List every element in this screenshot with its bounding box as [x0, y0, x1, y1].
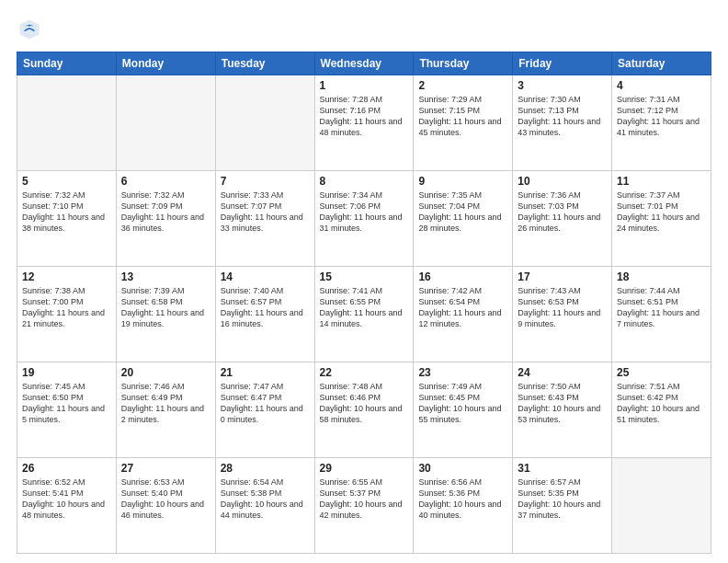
- calendar-cell: 6Sunrise: 7:32 AMSunset: 7:09 PMDaylight…: [116, 171, 215, 267]
- calendar-cell: 30Sunrise: 6:56 AMSunset: 5:36 PMDayligh…: [414, 458, 513, 554]
- week-row-4: 19Sunrise: 7:45 AMSunset: 6:50 PMDayligh…: [17, 362, 711, 458]
- day-number: 6: [121, 175, 210, 188]
- day-header-thursday: Thursday: [414, 52, 513, 75]
- day-info: Sunrise: 7:32 AMSunset: 7:09 PMDaylight:…: [121, 190, 210, 235]
- day-number: 19: [22, 366, 111, 379]
- calendar-cell: 2Sunrise: 7:29 AMSunset: 7:15 PMDaylight…: [414, 75, 513, 171]
- day-number: 2: [418, 79, 507, 92]
- calendar-cell: 23Sunrise: 7:49 AMSunset: 6:45 PMDayligh…: [414, 362, 513, 458]
- calendar-cell: [116, 75, 215, 171]
- calendar-cell: 4Sunrise: 7:31 AMSunset: 7:12 PMDaylight…: [612, 75, 711, 171]
- day-info: Sunrise: 6:57 AMSunset: 5:35 PMDaylight:…: [518, 477, 607, 522]
- calendar-cell: 22Sunrise: 7:48 AMSunset: 6:46 PMDayligh…: [314, 362, 414, 458]
- calendar-cell: 15Sunrise: 7:41 AMSunset: 6:55 PMDayligh…: [314, 267, 414, 362]
- calendar-cell: 18Sunrise: 7:44 AMSunset: 6:51 PMDayligh…: [612, 267, 711, 362]
- day-number: 22: [320, 366, 409, 379]
- calendar-cell: [612, 458, 711, 554]
- day-info: Sunrise: 7:43 AMSunset: 6:53 PMDaylight:…: [518, 285, 607, 330]
- calendar-cell: 7Sunrise: 7:33 AMSunset: 7:07 PMDaylight…: [215, 171, 314, 267]
- calendar-cell: 27Sunrise: 6:53 AMSunset: 5:40 PMDayligh…: [116, 458, 215, 554]
- calendar-cell: 13Sunrise: 7:39 AMSunset: 6:58 PMDayligh…: [116, 267, 215, 362]
- calendar-cell: 28Sunrise: 6:54 AMSunset: 5:38 PMDayligh…: [215, 458, 314, 554]
- day-number: 10: [518, 175, 607, 188]
- day-number: 5: [22, 175, 111, 188]
- day-info: Sunrise: 7:35 AMSunset: 7:04 PMDaylight:…: [418, 190, 507, 235]
- calendar-cell: 19Sunrise: 7:45 AMSunset: 6:50 PMDayligh…: [17, 362, 117, 458]
- calendar-cell: 25Sunrise: 7:51 AMSunset: 6:42 PMDayligh…: [612, 362, 711, 458]
- day-info: Sunrise: 6:53 AMSunset: 5:40 PMDaylight:…: [121, 477, 210, 522]
- day-number: 26: [22, 462, 111, 475]
- day-info: Sunrise: 7:31 AMSunset: 7:12 PMDaylight:…: [617, 94, 706, 139]
- day-info: Sunrise: 7:48 AMSunset: 6:46 PMDaylight:…: [320, 381, 409, 426]
- day-number: 21: [221, 366, 310, 379]
- day-info: Sunrise: 7:30 AMSunset: 7:13 PMDaylight:…: [518, 94, 607, 139]
- day-number: 18: [617, 270, 706, 283]
- calendar-cell: 5Sunrise: 7:32 AMSunset: 7:10 PMDaylight…: [17, 171, 117, 267]
- calendar-cell: 11Sunrise: 7:37 AMSunset: 7:01 PMDayligh…: [612, 171, 711, 267]
- day-info: Sunrise: 7:41 AMSunset: 6:55 PMDaylight:…: [320, 285, 409, 330]
- day-info: Sunrise: 7:29 AMSunset: 7:15 PMDaylight:…: [418, 94, 507, 139]
- day-header-saturday: Saturday: [612, 52, 711, 75]
- day-info: Sunrise: 7:40 AMSunset: 6:57 PMDaylight:…: [221, 285, 310, 330]
- calendar-cell: [17, 75, 117, 171]
- day-info: Sunrise: 7:47 AMSunset: 6:47 PMDaylight:…: [221, 381, 310, 426]
- day-header-friday: Friday: [513, 52, 612, 75]
- day-info: Sunrise: 7:37 AMSunset: 7:01 PMDaylight:…: [617, 190, 706, 235]
- calendar-cell: 14Sunrise: 7:40 AMSunset: 6:57 PMDayligh…: [215, 267, 314, 362]
- day-info: Sunrise: 7:51 AMSunset: 6:42 PMDaylight:…: [617, 381, 706, 426]
- day-info: Sunrise: 7:32 AMSunset: 7:10 PMDaylight:…: [22, 190, 111, 235]
- calendar-header-row: SundayMondayTuesdayWednesdayThursdayFrid…: [17, 52, 711, 75]
- day-number: 20: [121, 366, 210, 379]
- day-info: Sunrise: 7:50 AMSunset: 6:43 PMDaylight:…: [518, 381, 607, 426]
- day-info: Sunrise: 7:28 AMSunset: 7:16 PMDaylight:…: [320, 94, 409, 139]
- day-number: 16: [418, 270, 507, 283]
- calendar-cell: [215, 75, 314, 171]
- day-number: 12: [22, 270, 111, 283]
- calendar-cell: 3Sunrise: 7:30 AMSunset: 7:13 PMDaylight…: [513, 75, 612, 171]
- header: [17, 17, 711, 42]
- day-number: 29: [320, 462, 409, 475]
- calendar-cell: 10Sunrise: 7:36 AMSunset: 7:03 PMDayligh…: [513, 171, 612, 267]
- day-info: Sunrise: 7:44 AMSunset: 6:51 PMDaylight:…: [617, 285, 706, 330]
- day-info: Sunrise: 7:45 AMSunset: 6:50 PMDaylight:…: [22, 381, 111, 426]
- calendar-cell: 12Sunrise: 7:38 AMSunset: 7:00 PMDayligh…: [17, 267, 117, 362]
- day-number: 11: [617, 175, 706, 188]
- calendar-cell: 21Sunrise: 7:47 AMSunset: 6:47 PMDayligh…: [215, 362, 314, 458]
- calendar-cell: 31Sunrise: 6:57 AMSunset: 5:35 PMDayligh…: [513, 458, 612, 554]
- day-number: 1: [320, 79, 409, 92]
- day-info: Sunrise: 7:36 AMSunset: 7:03 PMDaylight:…: [518, 190, 607, 235]
- day-header-sunday: Sunday: [17, 52, 117, 75]
- logo-icon: [17, 17, 42, 42]
- day-number: 4: [617, 79, 706, 92]
- day-number: 28: [221, 462, 310, 475]
- day-info: Sunrise: 7:46 AMSunset: 6:49 PMDaylight:…: [121, 381, 210, 426]
- day-number: 14: [221, 270, 310, 283]
- calendar-cell: 26Sunrise: 6:52 AMSunset: 5:41 PMDayligh…: [17, 458, 117, 554]
- day-info: Sunrise: 6:54 AMSunset: 5:38 PMDaylight:…: [221, 477, 310, 522]
- day-info: Sunrise: 7:42 AMSunset: 6:54 PMDaylight:…: [418, 285, 507, 330]
- day-number: 15: [320, 270, 409, 283]
- day-number: 31: [518, 462, 607, 475]
- day-info: Sunrise: 7:38 AMSunset: 7:00 PMDaylight:…: [22, 285, 111, 330]
- day-info: Sunrise: 7:39 AMSunset: 6:58 PMDaylight:…: [121, 285, 210, 330]
- page: SundayMondayTuesdayWednesdayThursdayFrid…: [0, 0, 728, 563]
- day-info: Sunrise: 7:49 AMSunset: 6:45 PMDaylight:…: [418, 381, 507, 426]
- calendar-cell: 9Sunrise: 7:35 AMSunset: 7:04 PMDaylight…: [414, 171, 513, 267]
- day-info: Sunrise: 7:33 AMSunset: 7:07 PMDaylight:…: [221, 190, 310, 235]
- day-number: 13: [121, 270, 210, 283]
- calendar-cell: 8Sunrise: 7:34 AMSunset: 7:06 PMDaylight…: [314, 171, 414, 267]
- week-row-5: 26Sunrise: 6:52 AMSunset: 5:41 PMDayligh…: [17, 458, 711, 554]
- day-number: 3: [518, 79, 607, 92]
- day-header-wednesday: Wednesday: [314, 52, 414, 75]
- day-number: 23: [418, 366, 507, 379]
- day-number: 25: [617, 366, 706, 379]
- day-number: 24: [518, 366, 607, 379]
- calendar-cell: 1Sunrise: 7:28 AMSunset: 7:16 PMDaylight…: [314, 75, 414, 171]
- day-number: 9: [418, 175, 507, 188]
- day-info: Sunrise: 6:56 AMSunset: 5:36 PMDaylight:…: [418, 477, 507, 522]
- week-row-3: 12Sunrise: 7:38 AMSunset: 7:00 PMDayligh…: [17, 267, 711, 362]
- week-row-1: 1Sunrise: 7:28 AMSunset: 7:16 PMDaylight…: [17, 75, 711, 171]
- calendar-table: SundayMondayTuesdayWednesdayThursdayFrid…: [17, 52, 711, 554]
- day-number: 17: [518, 270, 607, 283]
- day-info: Sunrise: 6:55 AMSunset: 5:37 PMDaylight:…: [320, 477, 409, 522]
